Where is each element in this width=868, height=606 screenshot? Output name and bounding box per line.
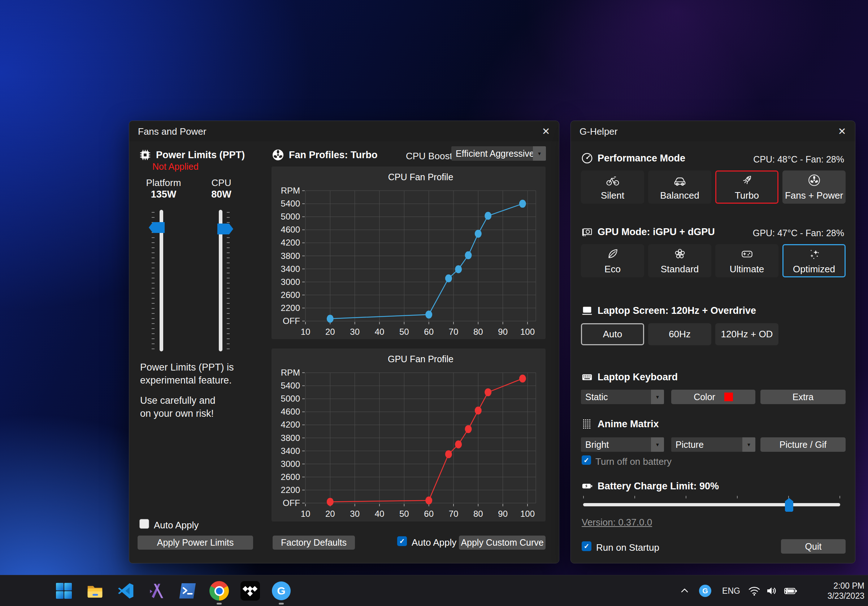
windows-start-icon [55, 582, 73, 600]
cpu-value: 80W [202, 189, 241, 200]
screen-icon [581, 304, 593, 317]
quit-button[interactable]: Quit [781, 539, 846, 553]
mode-label: Turbo [735, 190, 759, 201]
tidal-button[interactable] [239, 579, 262, 602]
matrix-picture-gif-button[interactable]: Picture / Gif [760, 437, 846, 452]
g-helper-button[interactable]: G [270, 579, 293, 602]
svg-text:5400: 5400 [281, 198, 300, 208]
anime-matrix-heading: Anime Matrix [598, 418, 659, 430]
svg-text:5400: 5400 [281, 381, 300, 391]
matrix-battery-checkbox[interactable]: ✓ [582, 456, 591, 465]
svg-text:90: 90 [498, 327, 508, 336]
tray-g-helper-button[interactable]: G [696, 575, 714, 606]
fans-window-titlebar[interactable]: Fans and Power ✕ [129, 121, 559, 141]
svg-text:3800: 3800 [281, 251, 300, 261]
run-on-startup-checkbox[interactable]: ✓ [582, 541, 591, 551]
svg-text:40: 40 [375, 327, 384, 336]
svg-text:4200: 4200 [281, 420, 300, 429]
cpu-fan-profile-chart[interactable]: CPU Fan ProfileRPM5400500046004200380034… [271, 166, 546, 339]
cpu-boost-dropdown[interactable]: Efficient Aggressive ▼ [451, 146, 546, 161]
volume-button[interactable] [763, 575, 781, 606]
tray-date: 3/23/2023 [828, 591, 864, 601]
chrome-icon [209, 581, 229, 601]
screen-auto-button[interactable]: Auto [581, 323, 644, 345]
vscode-button[interactable] [115, 579, 138, 602]
gpu-temp-status: GPU: 47°C - Fan: 28% [753, 228, 844, 239]
chevron-down-icon: ▼ [651, 390, 664, 404]
color-swatch [724, 392, 733, 401]
performance-mode-header: Performance Mode [581, 152, 685, 164]
window-title: Fans and Power [138, 126, 206, 137]
g-helper-icon: G [272, 581, 291, 600]
close-icon[interactable]: ✕ [835, 125, 849, 138]
chrome-button[interactable] [208, 579, 231, 602]
svg-text:CPU Fan Profile: CPU Fan Profile [388, 172, 454, 182]
file-explorer-button[interactable] [84, 579, 107, 602]
platform-slider-thumb[interactable] [149, 222, 165, 233]
power-limits-note-1: Power Limits (PPT) is experimental featu… [140, 361, 234, 387]
close-icon[interactable]: ✕ [539, 125, 553, 138]
svg-text:80: 80 [473, 327, 483, 336]
battery-slider-thumb[interactable] [785, 498, 793, 512]
sparkle-gear-icon [808, 247, 821, 261]
vscode-icon [116, 581, 135, 600]
svg-text:4600: 4600 [281, 407, 300, 416]
window-title: G-Helper [580, 126, 617, 137]
laptop-screen-heading: Laptop Screen: 120Hz + Overdrive [598, 305, 756, 316]
gpu-fan-profile-chart[interactable]: GPU Fan ProfileRPM5400500046004200380034… [271, 349, 546, 521]
gpu-mode-header: GPU Mode: iGPU + dGPU [581, 226, 715, 238]
gpu-ultimate-button[interactable]: Ultimate [715, 244, 778, 277]
keyboard-extra-button[interactable]: Extra [760, 390, 846, 404]
gpu-mode-heading: GPU Mode: iGPU + dGPU [598, 226, 715, 238]
matrix-brightness-dropdown[interactable]: Bright ▼ [581, 437, 664, 452]
svg-text:100: 100 [520, 509, 535, 519]
check-icon: ✓ [583, 456, 589, 465]
svg-text:50: 50 [399, 327, 409, 336]
screen-60hz-button[interactable]: 60Hz [648, 323, 711, 345]
rocket-icon [740, 174, 754, 187]
ghelper-window-titlebar[interactable]: G-Helper ✕ [571, 121, 855, 141]
mode-fans-power-button[interactable]: Fans + Power [783, 170, 846, 204]
svg-text:10: 10 [301, 509, 310, 519]
terminal-button[interactable] [177, 579, 200, 602]
platform-value: 135W [144, 189, 183, 200]
svg-text:4200: 4200 [281, 238, 300, 247]
mode-balanced-button[interactable]: Balanced [648, 170, 711, 204]
screen-120hz-od-button[interactable]: 120Hz + OD [715, 323, 778, 345]
mode-turbo-button[interactable]: Turbo [715, 170, 778, 204]
keyboard-mode-dropdown[interactable]: Static ▼ [581, 390, 664, 404]
svg-text:2200: 2200 [281, 485, 300, 495]
start-button[interactable] [52, 579, 76, 602]
battery-button[interactable] [781, 575, 800, 606]
keyboard-color-button[interactable]: Color [671, 390, 755, 404]
apply-custom-curve-button[interactable]: Apply Custom Curve [459, 536, 546, 550]
mode-silent-button[interactable]: Silent [581, 170, 644, 204]
auto-apply-curve-checkbox[interactable]: ✓ [397, 536, 407, 546]
tray-chevron-button[interactable] [677, 575, 693, 606]
gpu-eco-button[interactable]: Eco [581, 244, 644, 277]
auto-apply-curve-label: Auto Apply [412, 537, 456, 548]
language-indicator[interactable]: ENG [719, 575, 744, 606]
clock[interactable]: 2:00 PM 3/23/2023 [803, 575, 864, 606]
svg-text:60: 60 [424, 327, 434, 336]
svg-text:OFF: OFF [283, 498, 300, 508]
car-icon [673, 174, 687, 187]
auto-apply-power-label: Auto Apply [154, 520, 198, 531]
gpu-standard-button[interactable]: Standard [648, 244, 711, 277]
svg-text:60: 60 [424, 509, 434, 519]
gpu-optimized-button[interactable]: Optimized [783, 244, 846, 277]
taskbar-apps: G [52, 575, 293, 606]
version-link[interactable]: Version: 0.37.0.0 [582, 517, 652, 528]
wifi-button[interactable] [746, 575, 763, 606]
factory-defaults-button[interactable]: Factory Defaults [273, 536, 355, 550]
cpu-slider-thumb[interactable] [217, 223, 233, 234]
battery-slider-track[interactable] [583, 503, 840, 506]
option-label: 60Hz [669, 329, 691, 339]
svg-text:3000: 3000 [281, 459, 300, 469]
apply-power-limits-button[interactable]: Apply Power Limits [138, 536, 253, 550]
visual-studio-button[interactable] [146, 579, 169, 602]
auto-apply-power-checkbox[interactable]: ✓ [140, 519, 149, 529]
desktop: Fans and Power ✕ Power Limits (PPT) Not … [0, 0, 868, 606]
matrix-mode-dropdown[interactable]: Picture ▼ [671, 437, 755, 452]
bicycle-icon [606, 174, 620, 187]
